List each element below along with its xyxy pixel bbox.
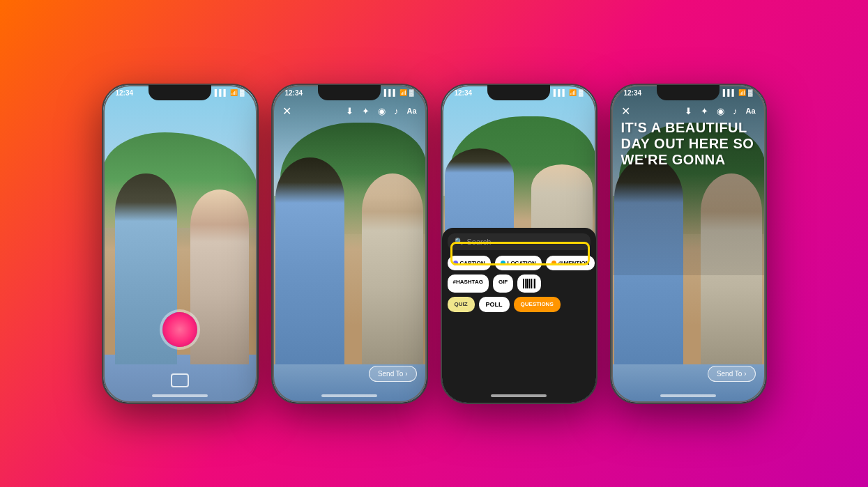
text-icon[interactable]: Aa — [406, 107, 416, 115]
phone-4-screen: 12:34 ▌▌▌ 📶 ▓ ✕ ⬇ ✦ ◉ ♪ Aa IT'S A — [611, 85, 766, 403]
sticker-quiz[interactable]: QUIZ — [448, 297, 475, 312]
signal-icon: ▌▌▌ — [723, 89, 736, 96]
toolbar-actions: ⬇ ✦ ◉ ♪ Aa — [346, 106, 417, 116]
location-dot — [501, 261, 505, 265]
sticker-poll[interactable]: POLL — [479, 297, 510, 312]
phone-4-time: 12:34 — [624, 89, 642, 97]
signal-icon: ▌▌▌ — [554, 89, 567, 96]
stickers-icon[interactable]: ✦ — [362, 106, 370, 116]
phone-4: 12:34 ▌▌▌ 📶 ▓ ✕ ⬇ ✦ ◉ ♪ Aa IT'S A — [610, 84, 767, 404]
search-bar[interactable]: 🔍 Search — [448, 233, 591, 250]
phone-1-status-icons: ▌▌▌ 📶 ▓ — [215, 89, 245, 96]
phone-3-screen: 12:34 ▌▌▌ 📶 ▓ 🔍 Search CAPTION — [442, 85, 596, 403]
phone-2-notch — [318, 85, 381, 100]
phone-1-home-indicator — [152, 394, 208, 397]
effects-icon[interactable]: ◉ — [717, 106, 724, 116]
sticker-row-3: QUIZ POLL QUESTIONS — [448, 297, 591, 312]
sticker-caption[interactable]: CAPTION — [448, 256, 491, 270]
sticker-panel: 🔍 Search CAPTION LOCATION @MENTI — [442, 228, 596, 403]
caption-label: CAPTION — [460, 260, 485, 266]
phone-4-toolbar: ✕ ⬇ ✦ ◉ ♪ Aa — [611, 105, 766, 118]
audio-icon[interactable]: ♪ — [733, 106, 738, 116]
wifi-icon: 📶 — [738, 89, 746, 96]
battery-icon: ▓ — [409, 89, 414, 96]
sticker-mention[interactable]: @MENTION — [546, 256, 595, 270]
phone-3-home-indicator — [491, 394, 547, 397]
poll-label: POLL — [486, 301, 503, 308]
close-button[interactable]: ✕ — [282, 105, 291, 118]
sticker-questions[interactable]: QUESTIONS — [514, 297, 561, 312]
caption-dot — [453, 261, 458, 265]
camera-icon — [171, 373, 189, 387]
phone-3-status-icons: ▌▌▌ 📶 ▓ — [554, 89, 584, 96]
phone-1-screen: 12:34 ▌▌▌ 📶 ▓ — [103, 85, 257, 403]
phone-2: 12:34 ▌▌▌ 📶 ▓ ✕ ⬇ ✦ ◉ ♪ Aa Send To › — [271, 84, 428, 404]
close-button[interactable]: ✕ — [621, 105, 630, 118]
sticker-row-1: CAPTION LOCATION @MENTION — [448, 256, 591, 270]
text-icon[interactable]: Aa — [745, 107, 755, 115]
quiz-label: QUIZ — [455, 301, 468, 307]
record-button[interactable] — [162, 312, 197, 347]
download-icon[interactable]: ⬇ — [346, 106, 353, 116]
phone-3: 12:34 ▌▌▌ 📶 ▓ 🔍 Search CAPTION — [441, 84, 597, 404]
gif-label: GIF — [498, 279, 508, 285]
hashtag-label: #HASHTAG — [453, 279, 483, 285]
phone-2-send-to[interactable]: Send To › — [369, 366, 417, 382]
signal-icon: ▌▌▌ — [215, 89, 228, 96]
search-icon: 🔍 — [455, 238, 463, 245]
sticker-hashtag[interactable]: #HASHTAG — [448, 275, 489, 293]
mention-label: @MENTION — [558, 260, 590, 266]
phone-2-dark-overlay — [273, 85, 427, 196]
audio-icon[interactable]: ♪ — [394, 106, 399, 116]
sticker-gif[interactable]: GIF — [493, 275, 513, 293]
phone-4-notch — [657, 85, 719, 100]
phone-1-time: 12:34 — [116, 89, 134, 97]
effects-icon[interactable]: ◉ — [378, 106, 386, 116]
phone-1-notch — [149, 85, 211, 100]
wifi-icon: 📶 — [230, 89, 238, 96]
sticker-location[interactable]: LOCATION — [495, 256, 542, 270]
download-icon[interactable]: ⬇ — [685, 106, 692, 116]
phone-3-time: 12:34 — [455, 89, 473, 97]
battery-icon: ▓ — [748, 89, 753, 96]
phone-2-screen: 12:34 ▌▌▌ 📶 ▓ ✕ ⬇ ✦ ◉ ♪ Aa Send To › — [273, 85, 427, 403]
battery-icon: ▓ — [240, 89, 245, 96]
phone-4-home-indicator — [660, 394, 716, 397]
phone-1: 12:34 ▌▌▌ 📶 ▓ — [102, 84, 259, 404]
phone-2-time: 12:34 — [285, 89, 303, 97]
search-placeholder: Search — [467, 238, 492, 246]
phone-4-status-icons: ▌▌▌ 📶 ▓ — [723, 89, 753, 96]
battery-icon: ▓ — [579, 89, 584, 96]
questions-label: QUESTIONS — [521, 301, 554, 307]
caption-text-overlay: IT'S A BEAUTIFUL DAY OUT HERE SO WE'RE G… — [621, 120, 756, 168]
location-label: LOCATION — [508, 260, 536, 266]
stickers-icon[interactable]: ✦ — [701, 106, 708, 116]
sticker-row-2: #HASHTAG GIF — [448, 275, 591, 293]
phone-1-photo — [103, 85, 257, 403]
mention-dot — [551, 261, 556, 265]
wifi-icon: 📶 — [399, 89, 407, 96]
phones-container: 12:34 ▌▌▌ 📶 ▓ 1 — [102, 84, 767, 404]
signal-icon: ▌▌▌ — [384, 89, 397, 96]
barcode-icon — [523, 279, 535, 288]
phone-4-send-to[interactable]: Send To › — [708, 366, 756, 382]
phone-3-notch — [487, 85, 550, 100]
phone-2-toolbar: ✕ ⬇ ✦ ◉ ♪ Aa — [273, 105, 427, 118]
wifi-icon: 📶 — [569, 89, 577, 96]
toolbar-actions: ⬇ ✦ ◉ ♪ Aa — [685, 106, 756, 116]
sticker-shopping[interactable] — [517, 275, 541, 293]
phone-2-status-icons: ▌▌▌ 📶 ▓ — [384, 89, 414, 96]
phone-2-home-indicator — [321, 394, 377, 397]
